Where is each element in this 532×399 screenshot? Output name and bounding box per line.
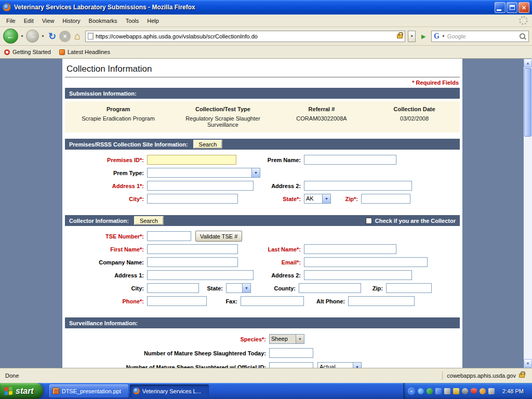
status-bar: Done cowebapps.aphis.usda.gov [0,368,532,383]
task-powerpoint[interactable]: DTSE_presentation.ppt [49,384,128,397]
bookmark-latest-headlines[interactable]: Latest Headlines [59,49,110,55]
forward-button[interactable]: → [26,30,39,43]
bookmark-getting-started[interactable]: Getting Started [4,49,51,55]
collector-zip-input[interactable] [386,283,432,293]
start-button[interactable]: start [0,383,43,399]
tray-icon[interactable] [480,388,486,394]
menu-view[interactable]: View [38,16,59,26]
fax-input[interactable] [241,296,304,306]
menu-tools[interactable]: Tools [122,16,143,26]
forward-history-dropdown[interactable]: ▼ [41,34,45,38]
chevron-down-icon: ▼ [353,363,361,368]
url-input[interactable] [96,33,395,39]
chevron-down-icon: ▼ [251,168,260,177]
back-history-dropdown[interactable]: ▼ [20,34,24,38]
scrollbar-thumb[interactable] [524,68,531,137]
tray-icon[interactable] [471,388,477,394]
premises-city-input[interactable] [147,194,238,204]
email-input[interactable] [304,257,428,267]
company-name-label: Company Name: [65,259,147,265]
premises-search-button[interactable]: Search [193,140,223,149]
premises-zip-input[interactable] [361,194,410,204]
vertical-scrollbar[interactable]: ▲ ▼ [524,59,532,368]
menu-file[interactable]: File [2,16,20,26]
tse-number-input[interactable] [147,231,191,241]
search-icon[interactable] [519,33,526,40]
back-icon: ← [7,32,15,41]
prem-type-select[interactable]: ▼ [147,168,260,178]
collector-self-checkbox[interactable] [366,218,372,224]
tray-icon[interactable] [488,388,495,394]
collector-county-input[interactable] [299,283,361,293]
screen: Veterinary Services Laboratory Submissio… [0,0,532,399]
menu-history[interactable]: History [58,16,84,26]
species-label: Species*: [65,336,269,342]
home-button[interactable]: ⌂ [72,30,83,42]
form-row: City*: State*: AK ▼ Zip*: [65,192,460,205]
task-firefox[interactable]: Veterinary Services L... [130,384,209,397]
prem-name-input[interactable] [304,155,396,165]
premises-id-input[interactable] [147,155,236,165]
restore-button[interactable] [507,2,517,13]
collector-search-button[interactable]: Search [134,216,164,225]
tray-collapse-chevron[interactable]: « [408,388,415,395]
google-engine-icon[interactable]: G [434,32,440,41]
stop-button[interactable]: × [59,31,71,42]
phone-label: Phone*: [65,298,147,304]
tray-icon[interactable] [453,388,459,394]
menu-edit[interactable]: Edit [20,16,38,26]
slaughtered-official-id-input[interactable] [269,362,313,368]
close-button[interactable]: × [518,2,529,13]
company-name-input[interactable] [147,257,238,267]
selected-value: Actual [318,363,353,368]
count-type-select[interactable]: Actual ▼ [317,362,362,368]
premises-address1-input[interactable] [147,181,254,191]
slaughtered-today-input[interactable] [269,348,313,358]
form-row: Company Name: Email*: [65,256,460,269]
premises-zip-label: Zip*: [331,196,361,202]
form-row: Address 1*: Address 2: [65,179,460,192]
first-name-input[interactable] [147,244,238,254]
reload-button[interactable]: ↻ [47,31,58,42]
firefox-icon [133,388,140,394]
go-button[interactable]: ► [417,32,430,41]
search-input[interactable] [447,33,517,39]
menu-help[interactable]: Help [143,16,163,26]
close-icon: × [522,4,526,11]
tray-icon[interactable] [427,388,433,394]
back-button[interactable]: ← [3,29,18,44]
throbber-icon [519,16,528,25]
chevron-down-icon: ▼ [322,194,330,203]
bookmarks-toolbar: Getting Started Latest Headlines [0,46,532,59]
collector-state-select[interactable]: ▼ [226,283,251,293]
page-icon [88,33,94,39]
tray-icon[interactable] [418,388,424,394]
collector-address2-input[interactable] [304,270,412,280]
form-row: Premises ID*: Prem Name: [65,153,460,166]
premises-form: Premises ID*: Prem Name: Prem Type: ▼ Ad… [62,150,462,209]
premises-state-select[interactable]: AK ▼ [304,194,331,204]
alt-phone-input[interactable] [348,296,415,306]
premises-address2-input[interactable] [304,181,412,191]
search-engine-dropdown[interactable]: ▼ [441,34,446,38]
last-name-input[interactable] [304,244,396,254]
species-select[interactable]: Sheep ▼ [269,334,304,344]
tray-icon[interactable] [435,388,442,394]
getting-started-icon [4,49,10,55]
menu-bookmarks[interactable]: Bookmarks [85,16,122,26]
premises-city-label: City*: [65,196,147,202]
validate-tse-button[interactable]: Validate TSE # [195,231,242,242]
minimize-button[interactable] [495,2,506,13]
phone-input[interactable] [147,296,207,306]
taskbar-clock: 2:48 PM [497,388,528,394]
form-row: Prem Type: ▼ [65,166,460,179]
tray-icon[interactable] [462,388,468,394]
premises-id-label: Premises ID*: [65,157,147,163]
collector-city-input[interactable] [147,283,199,293]
scroll-down-button[interactable]: ▼ [524,359,532,368]
scroll-up-button[interactable]: ▲ [524,59,532,68]
url-dropdown-button[interactable]: ▼ [408,31,416,42]
collector-address1-input[interactable] [147,270,254,280]
premises-section-header: Premises/RSSS Collection Site Informatio… [65,139,460,150]
tray-icon[interactable] [444,388,450,394]
